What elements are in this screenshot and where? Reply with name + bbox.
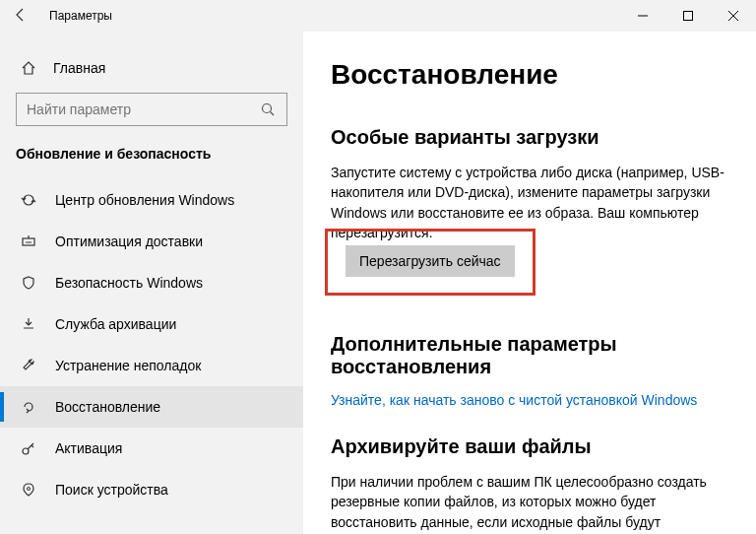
sidebar-item-find-device[interactable]: Поиск устройства xyxy=(0,469,303,510)
sidebar-item-windows-update[interactable]: Центр обновления Windows xyxy=(0,179,303,221)
shield-icon xyxy=(20,274,37,292)
fresh-start-link[interactable]: Узнайте, как начать заново с чистой уста… xyxy=(331,392,728,408)
section-heading: Архивируйте ваши файлы xyxy=(331,435,728,458)
location-icon xyxy=(20,481,37,499)
sidebar-item-label: Восстановление xyxy=(55,399,160,415)
wrench-icon xyxy=(20,357,37,374)
sidebar-category: Обновление и безопасность xyxy=(0,146,303,179)
sidebar-item-label: Безопасность Windows xyxy=(55,275,203,291)
recovery-icon xyxy=(20,398,37,416)
sidebar-item-label: Активация xyxy=(55,440,122,456)
sidebar-item-label: Оптимизация доставки xyxy=(55,234,203,249)
section-heading: Особые варианты загрузки xyxy=(331,126,728,149)
restart-now-button[interactable]: Перезагрузить сейчас xyxy=(346,245,515,277)
back-button[interactable] xyxy=(0,7,41,26)
key-icon xyxy=(20,439,37,457)
svg-line-5 xyxy=(271,112,275,116)
sidebar-item-delivery-optimization[interactable]: Оптимизация доставки xyxy=(0,221,303,262)
minimize-button[interactable] xyxy=(620,0,665,32)
section-heading: Дополнительные параметры восстановления xyxy=(331,333,728,378)
section-advanced-startup: Особые варианты загрузки Запустите систе… xyxy=(331,126,728,323)
sidebar-item-label: Служба архивации xyxy=(55,316,176,332)
home-icon xyxy=(20,59,37,77)
search-icon xyxy=(259,100,277,118)
sync-icon xyxy=(20,191,37,209)
delivery-icon xyxy=(20,233,37,250)
section-backup-files: Архивируйте ваши файлы При наличии пробл… xyxy=(331,435,728,534)
main-content: Восстановление Особые варианты загрузки … xyxy=(303,32,756,534)
search-input-wrap[interactable] xyxy=(16,93,287,126)
search-input[interactable] xyxy=(27,101,259,117)
highlight-annotation: Перезагрузить сейчас xyxy=(325,229,536,296)
sidebar-item-troubleshoot[interactable]: Устранение неполадок xyxy=(0,345,303,386)
backup-icon xyxy=(20,315,37,333)
svg-point-4 xyxy=(263,104,272,113)
sidebar-item-label: Центр обновления Windows xyxy=(55,192,234,208)
sidebar-home[interactable]: Главная xyxy=(0,51,303,93)
sidebar-item-windows-security[interactable]: Безопасность Windows xyxy=(0,262,303,303)
sidebar-home-label: Главная xyxy=(53,60,105,76)
sidebar-item-label: Поиск устройства xyxy=(55,482,168,498)
section-more-recovery: Дополнительные параметры восстановления … xyxy=(331,333,728,408)
sidebar-item-label: Устранение неполадок xyxy=(55,358,201,373)
svg-rect-1 xyxy=(684,12,693,21)
sidebar-item-backup[interactable]: Служба архивации xyxy=(0,303,303,345)
page-title: Восстановление xyxy=(331,59,728,91)
sidebar: Главная Обновление и безопасность Центр … xyxy=(0,32,303,534)
window-title: Параметры xyxy=(41,9,112,23)
sidebar-item-activation[interactable]: Активация xyxy=(0,428,303,469)
maximize-button[interactable] xyxy=(665,0,711,32)
sidebar-item-recovery[interactable]: Восстановление xyxy=(0,386,303,428)
svg-point-8 xyxy=(28,488,31,491)
close-button[interactable] xyxy=(711,0,756,32)
titlebar: Параметры xyxy=(0,0,756,32)
section-description: При наличии проблем с вашим ПК целесообр… xyxy=(331,472,724,534)
